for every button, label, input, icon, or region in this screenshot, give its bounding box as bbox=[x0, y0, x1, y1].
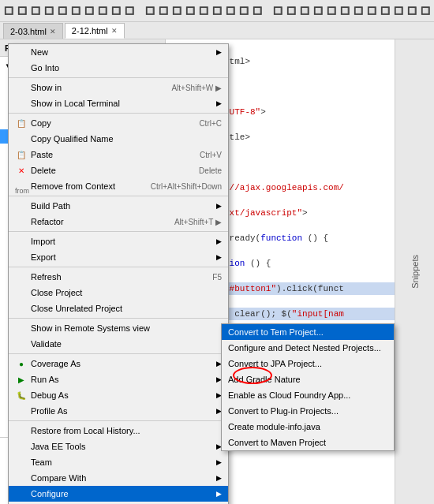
menu-item-coverage[interactable]: ● Coverage As ▶ bbox=[9, 356, 228, 371]
toolbar-icon-26[interactable]: 🔲 bbox=[352, 5, 364, 17]
toolbar-icon-31[interactable]: 🔲 bbox=[419, 5, 431, 17]
menu-label-closeunrelated: Close Unrelated Project bbox=[31, 304, 222, 313]
menu-arrow-showlocal: ▶ bbox=[216, 99, 222, 107]
menu-item-copy[interactable]: 📋 Copy Ctrl+C bbox=[9, 115, 228, 131]
submenu-item-converttem[interactable]: Convert to Tem Project... bbox=[222, 324, 394, 340]
submenu-item-cloudfoundry[interactable]: Enable as Cloud Foundry App... bbox=[222, 387, 394, 403]
menu-label-copyqualified: Copy Qualified Name bbox=[31, 134, 222, 144]
tab-2-12[interactable]: 2-12.html ✕ bbox=[65, 23, 125, 39]
tab-2-03[interactable]: 2-03.html ✕ bbox=[3, 23, 63, 39]
toolbar-icon-16[interactable]: 🔲 bbox=[211, 5, 223, 17]
menu-item-closeunrelated[interactable]: Close Unrelated Project bbox=[9, 301, 228, 316]
menu-shortcut-showin: Alt+Shift+W ▶ bbox=[171, 84, 222, 92]
menu-item-profileas[interactable]: Profile As ▶ bbox=[9, 403, 228, 419]
menu-item-copyqualified[interactable]: Copy Qualified Name bbox=[9, 131, 228, 147]
menu-item-new[interactable]: New ▶ bbox=[9, 44, 228, 60]
menu-label-closeproject: Close Project bbox=[31, 288, 222, 297]
submenu-item-addgradle[interactable]: Add Gradle Nature bbox=[222, 371, 394, 387]
submenu-item-convertplugin[interactable]: Convert to Plug-in Projects... bbox=[222, 403, 394, 419]
toolbar-icon-25[interactable]: 🔲 bbox=[339, 5, 350, 17]
toolbar-icon-12[interactable]: 🔲 bbox=[158, 5, 170, 17]
toolbar-icon-13[interactable]: 🔲 bbox=[171, 5, 183, 17]
toolbar-icon-22[interactable]: 🔲 bbox=[299, 5, 311, 17]
menu-item-paste[interactable]: 📋 Paste Ctrl+V bbox=[9, 147, 228, 162]
toolbar-icon-2[interactable]: 🔲 bbox=[17, 5, 28, 17]
menu-item-goto[interactable]: Go Into bbox=[9, 60, 228, 76]
toolbar-icon-4[interactable]: 🔲 bbox=[43, 5, 55, 17]
menu-icon-import bbox=[15, 235, 28, 248]
menu-label-runas: Run As bbox=[31, 375, 213, 384]
toolbar-icon-9[interactable]: 🔲 bbox=[110, 5, 122, 17]
toolbar-icon-21[interactable]: 🔲 bbox=[286, 5, 297, 17]
menu-icon-paste: 📋 bbox=[15, 148, 28, 161]
menu-label-export: Export bbox=[31, 252, 213, 262]
menu-arrow-comparewith: ▶ bbox=[216, 474, 222, 482]
menu-icon-refactor bbox=[15, 215, 28, 228]
tab-2-03-close[interactable]: ✕ bbox=[50, 28, 56, 35]
toolbar-icon-10[interactable]: 🔲 bbox=[123, 5, 135, 17]
toolbar-icon-29[interactable]: 🔲 bbox=[392, 5, 404, 17]
menu-item-team[interactable]: Team ▶ bbox=[9, 454, 228, 470]
tab-2-12-close[interactable]: ✕ bbox=[111, 27, 118, 35]
toolbar-icon-6[interactable]: 🔲 bbox=[70, 5, 82, 17]
submenu-label-convertplugin: Convert to Plug-in Projects... bbox=[228, 406, 387, 416]
menu-item-buildpath[interactable]: Build Path ▶ from bbox=[9, 198, 228, 214]
toolbar-icon-17[interactable]: 🔲 bbox=[224, 5, 236, 17]
menu-shortcut-refactor: Alt+Shift+T ▶ bbox=[174, 218, 222, 226]
menu-item-export[interactable]: Export ▶ bbox=[9, 249, 228, 265]
submenu-item-convertmaven[interactable]: Convert to Maven Project bbox=[222, 435, 394, 450]
menu-icon-closeproject bbox=[15, 286, 28, 299]
toolbar-icon-3[interactable]: 🔲 bbox=[30, 5, 42, 17]
run-icon: ▶ bbox=[15, 373, 28, 386]
menu-label-goto: Go Into bbox=[31, 63, 222, 73]
menu-label-restore: Restore from Local History... bbox=[31, 426, 222, 435]
menu-shortcut-copy: Ctrl+C bbox=[199, 119, 222, 128]
menu-icon-goto bbox=[15, 62, 28, 74]
menu-icon-new bbox=[15, 46, 28, 58]
toolbar-icon-19[interactable]: 🔲 bbox=[251, 5, 263, 17]
toolbar-icon-18[interactable]: 🔲 bbox=[238, 5, 249, 17]
menu-item-showin[interactable]: Show in Alt+Shift+W ▶ bbox=[9, 80, 228, 95]
menu-label-validate: Validate bbox=[31, 339, 222, 349]
menu-icon-export bbox=[15, 251, 28, 263]
submenu-label-configuredetect: Configure and Detect Nested Projects... bbox=[228, 343, 387, 353]
submenu-item-createmodule[interactable]: Create module-info.java bbox=[222, 419, 394, 435]
menu-item-configure[interactable]: Configure ▶ bbox=[9, 486, 228, 502]
menu-item-comparewith[interactable]: Compare With ▶ bbox=[9, 470, 228, 486]
toolbar-icon-28[interactable]: 🔲 bbox=[379, 5, 391, 17]
toolbar-icon-14[interactable]: 🔲 bbox=[185, 5, 196, 17]
toolbar-icon-23[interactable]: 🔲 bbox=[312, 5, 324, 17]
menu-item-closeproject[interactable]: Close Project bbox=[9, 285, 228, 301]
menu-item-showremote[interactable]: Show in Remote Systems view bbox=[9, 320, 228, 336]
submenu-item-configuredetect[interactable]: Configure and Detect Nested Projects... bbox=[222, 340, 394, 356]
toolbar-icon-15[interactable]: 🔲 bbox=[198, 5, 210, 17]
menu-item-javaee[interactable]: Java EE Tools ▶ bbox=[9, 439, 228, 454]
menu-arrow-export: ▶ bbox=[216, 253, 222, 261]
menu-icon-copyqualified bbox=[15, 133, 28, 145]
toolbar-icon-27[interactable]: 🔲 bbox=[365, 5, 377, 17]
menu-arrow-import: ▶ bbox=[216, 237, 222, 245]
menu-item-restore[interactable]: Restore from Local History... bbox=[9, 423, 228, 439]
toolbar-icon-20[interactable]: 🔲 bbox=[272, 5, 284, 17]
toolbar-icon-24[interactable]: 🔲 bbox=[326, 5, 338, 17]
toolbar-icon-5[interactable]: 🔲 bbox=[57, 5, 69, 17]
debug-icon: 🐛 bbox=[15, 389, 28, 401]
toolbar-icon-1[interactable]: 🔲 bbox=[3, 5, 15, 17]
menu-item-refresh[interactable]: Refresh F5 bbox=[9, 269, 228, 285]
menu-item-debugas[interactable]: 🐛 Debug As ▶ bbox=[9, 387, 228, 403]
submenu-item-convertjpa[interactable]: Convert to JPA Project... bbox=[222, 356, 394, 371]
snippets-panel[interactable]: Snippets bbox=[395, 39, 434, 504]
menu-item-refactor[interactable]: Refactor Alt+Shift+T ▶ bbox=[9, 214, 228, 230]
menu-item-validate[interactable]: Validate bbox=[9, 336, 228, 352]
snippets-label: Snippets bbox=[410, 255, 420, 289]
toolbar-icon-30[interactable]: 🔲 bbox=[406, 5, 417, 17]
toolbar-icon-11[interactable]: 🔲 bbox=[144, 5, 156, 17]
toolbar-icon-7[interactable]: 🔲 bbox=[84, 5, 95, 17]
toolbar-icon-8[interactable]: 🔲 bbox=[97, 5, 109, 17]
menu-label-delete: Delete bbox=[31, 166, 193, 175]
menu-item-runas[interactable]: ▶ Run As ▶ bbox=[9, 371, 228, 387]
menu-item-import[interactable]: Import ▶ bbox=[9, 233, 228, 249]
menu-item-delete[interactable]: ✕ Delete Delete bbox=[9, 162, 228, 178]
menu-item-showlocal[interactable]: Show in Local Terminal ▶ bbox=[9, 95, 228, 111]
menu-icon-team bbox=[15, 456, 28, 469]
